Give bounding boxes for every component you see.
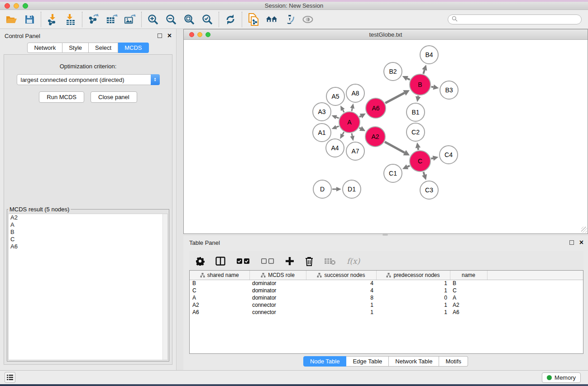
mcds-result-item[interactable]: B [9, 229, 167, 236]
node-table[interactable]: shared nameMCDS rolesuccessor nodesprede… [189, 270, 583, 354]
column-header-successor-nodes[interactable]: successor nodes [306, 271, 376, 280]
tab-mcds[interactable]: MCDS [118, 43, 148, 53]
mcds-result-list[interactable]: A2ABCA6 [8, 214, 168, 360]
edge-C-C4[interactable] [431, 158, 433, 159]
cell-name[interactable]: C [450, 287, 487, 294]
ndex-houses-icon[interactable] [266, 14, 277, 25]
cell-predecessor-nodes[interactable]: 0 [376, 294, 450, 301]
export-table-icon[interactable] [106, 14, 118, 25]
eye-icon[interactable] [302, 14, 314, 25]
edge-B-B3[interactable] [431, 87, 434, 87]
tab-network[interactable]: Network [27, 43, 62, 53]
criterion-select[interactable]: largest connected component (directed) ▲… [17, 74, 160, 85]
cell-predecessor-nodes[interactable]: 1 [376, 309, 450, 316]
unchecked-pair-icon[interactable] [261, 258, 274, 264]
window-resize-grip[interactable] [581, 227, 587, 233]
gear-icon[interactable] [196, 257, 205, 266]
zoom-in-icon[interactable] [147, 14, 159, 25]
layout-refresh-icon[interactable] [225, 14, 236, 25]
graph-node-B[interactable]: B [409, 74, 431, 95]
edge-A2-C[interactable] [385, 142, 405, 152]
search-input[interactable] [460, 16, 578, 23]
cell-MCDS-role[interactable]: connector [249, 301, 306, 309]
graph-node-C2[interactable]: C2 [406, 123, 425, 142]
edge-A-A1[interactable] [336, 126, 339, 127]
tab-motifs[interactable]: Motifs [439, 356, 468, 367]
graph-node-A6[interactable]: A6 [365, 98, 386, 119]
function-builder-icon[interactable]: f(x) [347, 257, 360, 266]
tab-network-table[interactable]: Network Table [389, 356, 439, 367]
graph-node-B4[interactable]: B4 [420, 45, 439, 64]
edge-A-A2[interactable] [359, 128, 361, 129]
graph-node-B3[interactable]: B3 [440, 81, 459, 100]
cell-successor-nodes[interactable]: 4 [306, 287, 376, 294]
close-panel-icon[interactable]: × [167, 33, 172, 38]
cell-shared-name[interactable]: C [190, 287, 249, 294]
open-session-icon[interactable] [5, 14, 17, 25]
graph-node-A4[interactable]: A4 [325, 138, 344, 157]
close-window-icon[interactable] [5, 3, 10, 9]
cell-successor-nodes[interactable]: 1 [306, 301, 376, 309]
search-box[interactable] [448, 14, 582, 24]
zoom-selected-icon[interactable] [201, 14, 213, 25]
zoom-fit-icon[interactable] [183, 14, 195, 25]
list-scrollbar[interactable] [163, 214, 167, 360]
import-network-icon[interactable] [47, 14, 58, 25]
network-minimize-icon[interactable] [197, 32, 202, 37]
edge-A-A8[interactable] [352, 108, 352, 111]
graph-node-B1[interactable]: B1 [406, 103, 425, 122]
graph-node-A5[interactable]: A5 [326, 87, 345, 106]
cell-name[interactable]: A2 [450, 301, 487, 309]
graph-node-A2[interactable]: A2 [365, 126, 386, 147]
cell-successor-nodes[interactable]: 8 [306, 294, 376, 301]
mcds-result-item[interactable]: A2 [9, 214, 167, 221]
edge-C-C2[interactable] [418, 148, 418, 150]
graph-node-C1[interactable]: C1 [383, 164, 402, 183]
graph-node-C4[interactable]: C4 [439, 145, 458, 164]
import-table-icon[interactable] [65, 14, 76, 25]
clone-network-icon[interactable] [248, 14, 259, 25]
traffic-lights[interactable] [5, 3, 28, 9]
close-table-panel-icon[interactable]: × [579, 240, 583, 245]
column-header-shared-name[interactable]: shared name [190, 271, 249, 280]
column-header-predecessor-nodes[interactable]: predecessor nodes [376, 271, 450, 280]
columns-icon[interactable] [215, 257, 225, 266]
export-network-icon[interactable] [88, 14, 100, 25]
edge-B-B4[interactable] [423, 70, 425, 74]
table-row[interactable]: Bdominator41B [190, 280, 583, 287]
cell-MCDS-role[interactable]: connector [249, 309, 306, 316]
column-header-MCDS-role[interactable]: MCDS role [249, 271, 306, 280]
graph-node-C3[interactable]: C3 [420, 181, 439, 200]
cell-shared-name[interactable]: B [190, 280, 249, 287]
edge-C-C3[interactable] [423, 172, 424, 175]
edge-A6-B[interactable] [385, 93, 404, 103]
tab-select[interactable]: Select [89, 43, 118, 53]
network-close-icon[interactable] [189, 32, 194, 37]
table-row[interactable]: A2connector11A2 [190, 301, 583, 309]
graph-node-A8[interactable]: A8 [346, 84, 365, 103]
zoom-out-icon[interactable] [165, 14, 177, 25]
edge-A-A6[interactable] [359, 116, 361, 117]
edge-A-A3[interactable] [336, 117, 339, 118]
graph-node-C[interactable]: C [409, 150, 431, 172]
cell-name[interactable]: A [450, 294, 487, 301]
plus-icon[interactable] [285, 257, 294, 266]
cell-shared-name[interactable]: A [190, 294, 249, 301]
checked-pair-icon[interactable] [236, 258, 250, 264]
cell-successor-nodes[interactable]: 1 [306, 309, 376, 316]
cell-predecessor-nodes[interactable]: 1 [376, 301, 450, 309]
table-row[interactable]: Adominator80A [190, 294, 583, 301]
graph-node-B2[interactable]: B2 [383, 62, 402, 81]
task-history-button[interactable] [5, 372, 15, 383]
edge-C-C1[interactable] [407, 166, 410, 167]
cell-successor-nodes[interactable]: 4 [306, 280, 376, 287]
graph-node-A7[interactable]: A7 [346, 142, 365, 161]
cell-predecessor-nodes[interactable]: 1 [376, 287, 450, 294]
cell-shared-name[interactable]: A2 [190, 301, 249, 309]
network-window-traffic-lights[interactable] [189, 32, 210, 37]
pen-icon[interactable] [284, 14, 296, 25]
save-session-icon[interactable] [24, 14, 35, 25]
minimize-window-icon[interactable] [14, 3, 19, 9]
cell-MCDS-role[interactable]: dominator [249, 280, 306, 287]
graph-node-A[interactable]: A [339, 111, 360, 133]
